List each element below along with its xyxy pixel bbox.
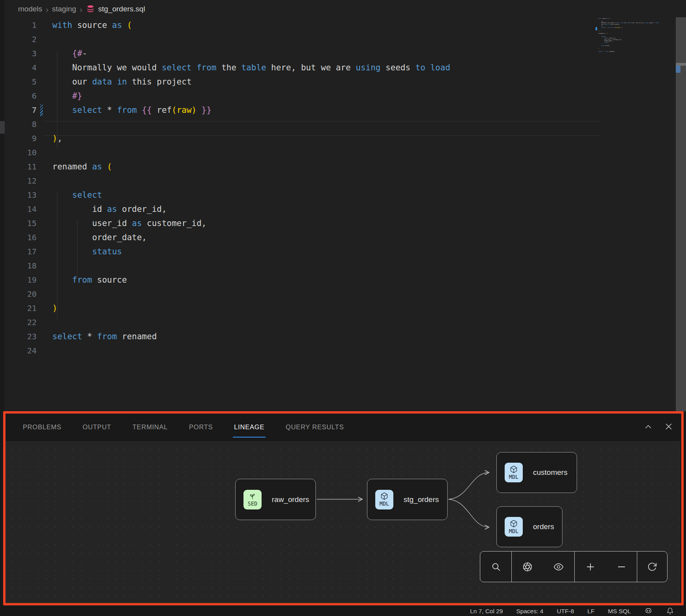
- line-number: 14: [5, 202, 37, 216]
- search-button[interactable]: [488, 559, 504, 575]
- modified-line-decoration: [40, 104, 43, 116]
- line-number: 15: [5, 216, 37, 230]
- code-line[interactable]: 13 select: [5, 188, 596, 202]
- aperture-button[interactable]: [520, 559, 535, 575]
- line-number: 21: [5, 301, 37, 315]
- vscode-window: models›staging›stg_orders.sql 1 with sou…: [0, 0, 686, 616]
- tab-query-results[interactable]: QUERY RESULTS: [286, 413, 344, 441]
- line-number: 6: [5, 89, 37, 103]
- zoom-out-button[interactable]: [614, 559, 629, 575]
- breadcrumb-file[interactable]: stg_orders.sql: [98, 5, 145, 13]
- code-line[interactable]: 2: [5, 32, 596, 46]
- model-icon: [510, 520, 518, 528]
- bell-status-item[interactable]: [666, 607, 674, 615]
- copilot-status-item[interactable]: [644, 607, 653, 615]
- tab-lineage[interactable]: LINEAGE: [234, 413, 264, 441]
- sidebar-drag-handle[interactable]: [0, 121, 5, 134]
- zoom-in-button[interactable]: [583, 559, 598, 575]
- code-line[interactable]: 4 Normally we would select from the tabl…: [5, 61, 596, 75]
- node-label: customers: [533, 468, 568, 477]
- eye-icon: [553, 562, 564, 572]
- toolbar-group: [574, 552, 637, 582]
- line-number: 19: [5, 273, 37, 287]
- code-line[interactable]: 7 select * from {{ ref(raw) }}: [5, 103, 596, 117]
- panel-close-button[interactable]: [662, 419, 676, 434]
- code-line[interactable]: 17 status: [5, 245, 596, 259]
- code-line[interactable]: 18: [5, 259, 596, 273]
- line-number: 24: [5, 344, 37, 358]
- eye-button[interactable]: [551, 559, 566, 575]
- tab-ports[interactable]: PORTS: [189, 413, 213, 441]
- zoom-out-icon: [616, 562, 627, 572]
- minimap[interactable]: with source as ( {#- Normally we would s…: [598, 18, 666, 54]
- status-utf-8[interactable]: UTF-8: [557, 608, 574, 615]
- code-line[interactable]: 6 #}: [5, 89, 596, 103]
- breadcrumb-separator: ›: [80, 5, 83, 13]
- model-icon: [380, 492, 388, 500]
- overview-ruler-marker: [676, 66, 680, 73]
- zoom-in-icon: [585, 562, 596, 572]
- lineage-node-customers[interactable]: MDL customers: [496, 452, 577, 493]
- code-line[interactable]: 16 order_date,: [5, 230, 596, 245]
- code-lines: 1 with source as ( 2 3 {#- 4 Normally we…: [5, 18, 596, 358]
- lineage-node-orders[interactable]: MDL orders: [496, 506, 562, 547]
- code-line[interactable]: 12: [5, 174, 596, 188]
- lineage-toolbar: [480, 551, 668, 582]
- code-line[interactable]: 10: [5, 145, 596, 160]
- line-number: 17: [5, 245, 37, 259]
- tab-terminal[interactable]: TERMINAL: [133, 413, 168, 441]
- code-line[interactable]: 3 {#-: [5, 46, 596, 61]
- breadcrumb-item[interactable]: models: [18, 5, 42, 13]
- model-badge: MDL: [505, 463, 523, 482]
- code-line[interactable]: 9 ),: [5, 131, 596, 145]
- status-ln-7-col-29[interactable]: Ln 7, Col 29: [470, 608, 503, 615]
- search-icon: [491, 562, 501, 572]
- database-icon: [86, 5, 95, 13]
- code-line[interactable]: 24: [5, 344, 596, 358]
- scrollbar-track[interactable]: [676, 17, 686, 411]
- lineage-node-raw_orders[interactable]: SED raw_orders: [235, 479, 316, 520]
- model-icon: [510, 465, 518, 473]
- code-line[interactable]: 23 select * from renamed: [5, 329, 596, 344]
- line-number: 22: [5, 315, 37, 329]
- code-line[interactable]: 19 from source: [5, 273, 596, 287]
- breadcrumb-separator: ›: [46, 5, 48, 13]
- node-label: stg_orders: [404, 495, 439, 504]
- code-line[interactable]: 14 id as order_id,: [5, 202, 596, 216]
- node-label: orders: [533, 522, 554, 531]
- line-number: 7: [5, 103, 37, 117]
- tab-problems[interactable]: PROBLEMS: [23, 413, 61, 441]
- close-icon: [664, 422, 673, 431]
- chevron-up-icon: [644, 423, 653, 431]
- line-number: 1: [5, 18, 37, 32]
- code-line[interactable]: 22: [5, 315, 596, 329]
- scrollbar-band: [676, 63, 686, 66]
- breadcrumb[interactable]: models›staging›stg_orders.sql: [18, 2, 145, 16]
- code-editor[interactable]: 1 with source as ( 2 3 {#- 4 Normally we…: [5, 18, 596, 407]
- lineage-node-stg_orders[interactable]: MDL stg_orders: [367, 479, 448, 520]
- code-line[interactable]: 21 ): [5, 301, 596, 315]
- seed-icon: [249, 492, 256, 500]
- code-line[interactable]: 15 user_id as customer_id,: [5, 216, 596, 230]
- code-line[interactable]: 8: [5, 117, 596, 131]
- status-ms-sql[interactable]: MS SQL: [608, 608, 631, 615]
- refresh-icon: [647, 562, 657, 572]
- minimap-modified-marker: [596, 27, 597, 30]
- node-label: raw_orders: [272, 495, 309, 504]
- line-number: 20: [5, 287, 37, 301]
- code-line[interactable]: 1 with source as (: [5, 18, 596, 32]
- code-line[interactable]: 5 our data in this project: [5, 75, 596, 89]
- code-line[interactable]: 11 renamed as (: [5, 160, 596, 174]
- breadcrumb-item[interactable]: staging: [52, 5, 76, 13]
- status-lf[interactable]: LF: [587, 608, 594, 615]
- line-number: 3: [5, 46, 37, 61]
- line-number: 9: [5, 131, 37, 145]
- status-bar: Ln 7, Col 29Spaces: 4UTF-8LFMS SQL: [0, 606, 686, 616]
- tab-output[interactable]: OUTPUT: [83, 413, 111, 441]
- refresh-button[interactable]: [644, 559, 660, 575]
- line-number: 4: [5, 61, 37, 75]
- status-spaces-4[interactable]: Spaces: 4: [516, 608, 543, 615]
- code-line[interactable]: 20: [5, 287, 596, 301]
- line-number: 12: [5, 174, 37, 188]
- panel-collapse-button[interactable]: [641, 420, 655, 434]
